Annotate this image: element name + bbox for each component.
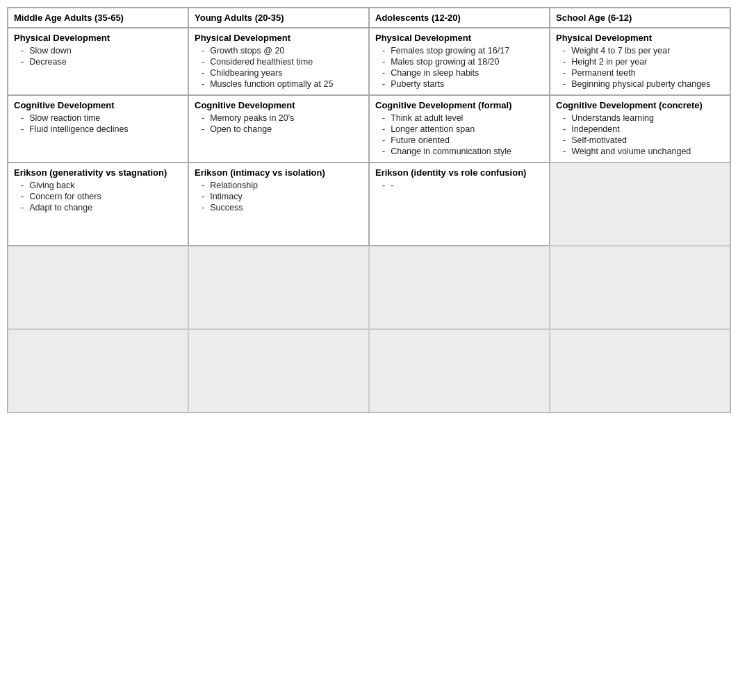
- list-item: Change in communication style: [375, 147, 543, 156]
- list-item: Fluid intelligence declines: [14, 124, 182, 134]
- physical-dev-title-col1: Physical Development: [195, 33, 363, 43]
- col-header-0: Middle Age Adults (35-65): [8, 8, 188, 28]
- blurred-row2-col2: [369, 329, 550, 412]
- list-item: Males stop growing at 18/20: [375, 57, 543, 67]
- list-item: Slow down: [14, 46, 182, 56]
- list-item: Concern for others: [14, 192, 182, 201]
- physical-dev-list-col2: Females stop growing at 16/17 Males stop…: [375, 46, 543, 89]
- physical-dev-col3: Physical Development Weight 4 to 7 lbs p…: [550, 28, 730, 95]
- blurred-row1-col2: [369, 246, 550, 329]
- blurred-row1-col3: [550, 246, 730, 329]
- physical-dev-col1: Physical Development Growth stops @ 20 C…: [188, 28, 369, 95]
- physical-dev-title-col3: Physical Development: [556, 33, 724, 43]
- physical-dev-col0: Physical Development Slow down Decrease: [8, 28, 188, 95]
- list-item: Open to change: [195, 124, 363, 134]
- list-item: Adapt to change: [14, 203, 182, 212]
- physical-dev-list-col3: Weight 4 to 7 lbs per year Height 2 in p…: [556, 46, 724, 89]
- erikson-col1: Erikson (intimacy vs isolation) Relation…: [188, 162, 369, 246]
- cognitive-dev-title-col3: Cognitive Development (concrete): [556, 100, 724, 110]
- erikson-col0: Erikson (generativity vs stagnation) Giv…: [8, 162, 188, 246]
- list-item: Longer attention span: [375, 124, 543, 134]
- cognitive-dev-list-col2: Think at adult level Longer attention sp…: [375, 113, 543, 156]
- col-header-2: Adolescents (12-20): [369, 8, 550, 28]
- col-header-1: Young Adults (20-35): [188, 8, 369, 28]
- list-item: Height 2 in per year: [556, 57, 724, 67]
- physical-dev-list-col0: Slow down Decrease: [14, 46, 182, 67]
- cognitive-dev-list-col0: Slow reaction time Fluid intelligence de…: [14, 113, 182, 134]
- cognitive-dev-col1: Cognitive Development Memory peaks in 20…: [188, 95, 369, 162]
- cognitive-dev-col3: Cognitive Development (concrete) Underst…: [550, 95, 730, 162]
- list-item: Intimacy: [195, 192, 363, 201]
- cognitive-dev-col0: Cognitive Development Slow reaction time…: [8, 95, 188, 162]
- list-item: Decrease: [14, 57, 182, 67]
- list-item: Self-motivated: [556, 135, 724, 145]
- list-item: Understands learning: [556, 113, 724, 123]
- list-item: Beginning physical puberty changes: [556, 79, 724, 89]
- list-item: Independent: [556, 124, 724, 134]
- erikson-title-col2: Erikson (identity vs role confusion): [375, 167, 543, 178]
- physical-dev-title-col0: Physical Development: [14, 33, 182, 43]
- erikson-list-col1: Relationship Intimacy Success: [195, 181, 363, 212]
- list-item: Females stop growing at 16/17: [375, 46, 543, 56]
- erikson-list-col2: -: [375, 181, 543, 190]
- list-item: Change in sleep habits: [375, 68, 543, 78]
- cognitive-dev-list-col3: Understands learning Independent Self-mo…: [556, 113, 724, 156]
- physical-dev-list-col1: Growth stops @ 20 Considered healthiest …: [195, 46, 363, 89]
- cognitive-dev-title-col1: Cognitive Development: [195, 100, 363, 110]
- list-item: -: [375, 181, 543, 190]
- list-item: Childbearing years: [195, 68, 363, 78]
- main-grid: Middle Age Adults (35-65) Young Adults (…: [7, 7, 731, 413]
- erikson-title-col0: Erikson (generativity vs stagnation): [14, 167, 182, 178]
- blurred-row1-col1: [188, 246, 369, 329]
- erikson-col2: Erikson (identity vs role confusion) -: [369, 162, 550, 246]
- cognitive-dev-col2: Cognitive Development (formal) Think at …: [369, 95, 550, 162]
- list-item: Think at adult level: [375, 113, 543, 123]
- blurred-row2-col3: [550, 329, 730, 412]
- erikson-col3: [550, 162, 730, 246]
- list-item: Success: [195, 203, 363, 212]
- list-item: Weight 4 to 7 lbs per year: [556, 46, 724, 56]
- list-item: Puberty starts: [375, 79, 543, 89]
- list-item: Relationship: [195, 181, 363, 190]
- cognitive-dev-title-col0: Cognitive Development: [14, 100, 182, 110]
- erikson-title-col1: Erikson (intimacy vs isolation): [195, 167, 363, 178]
- blurred-row2-col0: [8, 329, 188, 412]
- list-item: Giving back: [14, 181, 182, 190]
- list-item: Permanent teeth: [556, 68, 724, 78]
- list-item: Future oriented: [375, 135, 543, 145]
- list-item: Memory peaks in 20's: [195, 113, 363, 123]
- cognitive-dev-list-col1: Memory peaks in 20's Open to change: [195, 113, 363, 134]
- cognitive-dev-title-col2: Cognitive Development (formal): [375, 100, 543, 110]
- col-header-3: School Age (6-12): [550, 8, 730, 28]
- blurred-row1-col0: [8, 246, 188, 329]
- erikson-list-col0: Giving back Concern for others Adapt to …: [14, 181, 182, 212]
- blurred-row2-col1: [188, 329, 369, 412]
- physical-dev-col2: Physical Development Females stop growin…: [369, 28, 550, 95]
- list-item: Growth stops @ 20: [195, 46, 363, 56]
- list-item: Muscles function optimally at 25: [195, 79, 363, 89]
- physical-dev-title-col2: Physical Development: [375, 33, 543, 43]
- list-item: Considered healthiest time: [195, 57, 363, 67]
- list-item: Slow reaction time: [14, 113, 182, 123]
- list-item: Weight and volume unchanged: [556, 147, 724, 156]
